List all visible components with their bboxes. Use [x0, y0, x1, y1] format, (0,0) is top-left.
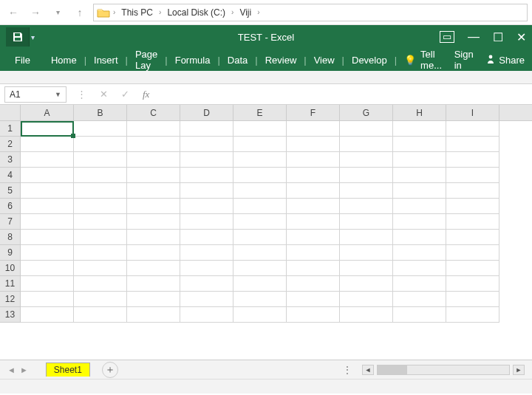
cell[interactable]	[393, 245, 446, 261]
cell[interactable]	[21, 307, 74, 323]
cell[interactable]	[127, 152, 180, 168]
cell[interactable]	[233, 152, 287, 168]
row-header[interactable]: 10	[0, 261, 21, 276]
cell[interactable]	[340, 230, 393, 245]
cell[interactable]	[287, 245, 340, 261]
cell[interactable]	[340, 121, 393, 137]
cell[interactable]	[74, 199, 127, 214]
cell[interactable]	[287, 307, 340, 323]
cell[interactable]	[21, 152, 74, 168]
cell[interactable]	[233, 168, 287, 183]
cell[interactable]	[233, 245, 287, 261]
cell[interactable]	[340, 183, 393, 199]
fx-icon[interactable]: fx	[143, 89, 149, 100]
tab-home[interactable]: Home	[45, 55, 83, 66]
share-button[interactable]: Share	[485, 54, 525, 66]
nav-recent-icon[interactable]: ▾	[49, 4, 66, 21]
cell[interactable]	[180, 137, 233, 152]
cell[interactable]	[180, 276, 233, 292]
split-handle-icon[interactable]: ⋮	[342, 364, 353, 376]
cell[interactable]	[393, 183, 446, 199]
cell[interactable]	[446, 292, 499, 307]
cell[interactable]	[287, 152, 340, 168]
cell[interactable]	[127, 121, 180, 137]
cell[interactable]	[233, 137, 287, 152]
save-button[interactable]	[6, 27, 30, 47]
cell[interactable]	[180, 230, 233, 245]
cell[interactable]	[233, 261, 287, 276]
cell[interactable]	[340, 307, 393, 323]
cell[interactable]	[287, 276, 340, 292]
cell[interactable]	[446, 276, 499, 292]
cell[interactable]	[340, 199, 393, 214]
cell[interactable]	[180, 199, 233, 214]
sign-in-link[interactable]: Sign in	[454, 49, 477, 71]
col-header[interactable]: E	[233, 105, 287, 120]
cell[interactable]	[127, 137, 180, 152]
sheet-tab-active[interactable]: Sheet1	[46, 363, 90, 377]
nav-forward-icon[interactable]: →	[27, 4, 44, 21]
cell[interactable]	[446, 261, 499, 276]
cell[interactable]	[21, 261, 74, 276]
row-header[interactable]: 7	[0, 214, 21, 230]
sheet-nav-prev-icon[interactable]: ◄	[7, 365, 16, 374]
row-header[interactable]: 3	[0, 152, 21, 168]
file-tab[interactable]: File	[7, 55, 38, 66]
cell[interactable]	[21, 292, 74, 307]
tab-view[interactable]: View	[308, 55, 341, 66]
row-header[interactable]: 2	[0, 137, 21, 152]
cell[interactable]	[446, 214, 499, 230]
row-header[interactable]: 12	[0, 292, 21, 307]
cell[interactable]	[127, 261, 180, 276]
cell[interactable]	[393, 307, 446, 323]
cell[interactable]	[393, 292, 446, 307]
cell[interactable]	[233, 307, 287, 323]
cell[interactable]	[393, 152, 446, 168]
cell[interactable]	[74, 214, 127, 230]
cell[interactable]	[21, 214, 74, 230]
tab-developer[interactable]: Develop	[346, 55, 393, 66]
cell[interactable]	[446, 152, 499, 168]
cell[interactable]	[180, 261, 233, 276]
ribbon-display-options-icon[interactable]: ▭	[440, 31, 454, 43]
cell[interactable]	[287, 199, 340, 214]
cell[interactable]	[127, 183, 180, 199]
col-header[interactable]: I	[446, 105, 499, 120]
cell[interactable]	[233, 214, 287, 230]
tab-review[interactable]: Review	[259, 55, 303, 66]
cell[interactable]	[287, 121, 340, 137]
cell[interactable]	[287, 137, 340, 152]
name-box[interactable]: A1 ▼	[4, 86, 66, 103]
cell[interactable]	[233, 230, 287, 245]
row-header[interactable]: 6	[0, 199, 21, 214]
cell[interactable]	[127, 230, 180, 245]
cell[interactable]	[180, 307, 233, 323]
scroll-left-icon[interactable]: ◄	[362, 365, 374, 375]
nav-back-icon[interactable]: ←	[4, 4, 22, 21]
row-header[interactable]: 11	[0, 276, 21, 292]
tab-formulas[interactable]: Formula	[169, 55, 216, 66]
cell[interactable]	[340, 276, 393, 292]
minimize-icon[interactable]: ―	[468, 30, 480, 44]
cell[interactable]	[127, 307, 180, 323]
row-header[interactable]: 1	[0, 121, 21, 137]
row-header[interactable]: 4	[0, 168, 21, 183]
cell[interactable]	[393, 261, 446, 276]
cell[interactable]	[340, 168, 393, 183]
cell[interactable]	[393, 230, 446, 245]
tell-me-search[interactable]: 💡 Tell me...	[404, 49, 454, 71]
enter-icon[interactable]: ✓	[121, 89, 129, 100]
cell[interactable]	[21, 168, 74, 183]
cell[interactable]	[180, 245, 233, 261]
nav-up-icon[interactable]: ↑	[71, 4, 89, 21]
crumb-this-pc[interactable]: This PC	[118, 7, 156, 18]
cell[interactable]	[233, 199, 287, 214]
cell[interactable]	[21, 199, 74, 214]
cell[interactable]	[127, 292, 180, 307]
cell[interactable]	[393, 121, 446, 137]
sheet-nav-next-icon[interactable]: ►	[20, 365, 28, 374]
maximize-icon[interactable]: ☐	[493, 30, 503, 44]
cell[interactable]	[74, 230, 127, 245]
cell[interactable]	[393, 168, 446, 183]
cell[interactable]	[74, 307, 127, 323]
